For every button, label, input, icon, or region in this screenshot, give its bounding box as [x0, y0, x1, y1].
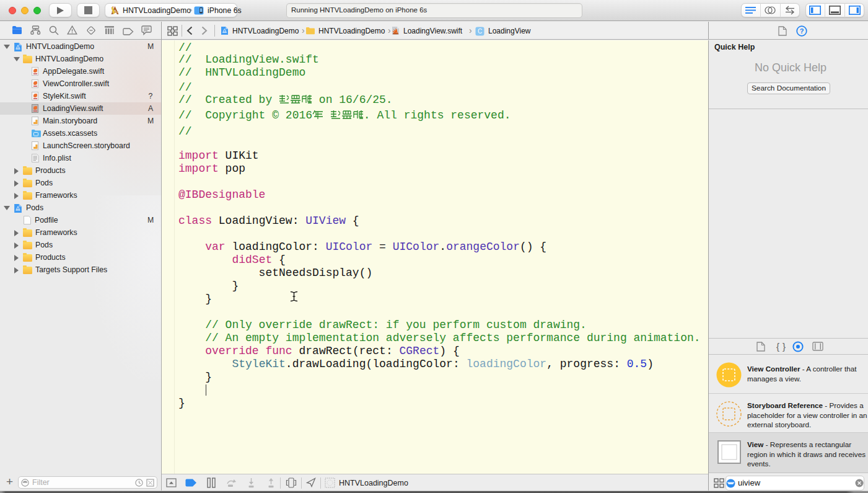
- svg-text:C: C: [478, 28, 482, 35]
- svg-text:?: ?: [800, 27, 804, 35]
